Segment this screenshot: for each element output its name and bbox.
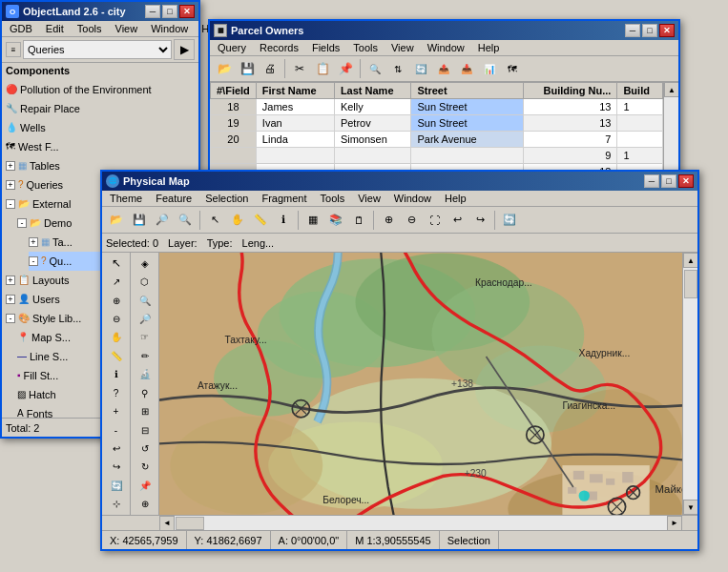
physmap-minimize-btn[interactable]: ─ [644, 174, 659, 188]
physmap-menu-help[interactable]: Help [439, 192, 472, 205]
tool2-hand[interactable]: ☞ [135, 329, 156, 346]
tree-item-wells[interactable]: 💧 Wells [6, 118, 195, 137]
tb-pm-zoomin2[interactable]: ⊕ [378, 210, 399, 231]
tb-pm-zoomout2[interactable]: ⊖ [401, 210, 422, 231]
tb-pm-full[interactable]: ⛶ [424, 210, 445, 231]
table-row[interactable]: 18 James Kelly Sun Street 13 1 [211, 99, 663, 115]
tb-open[interactable]: 📂 [214, 58, 235, 79]
tool2-target[interactable]: ⊕ [135, 495, 156, 512]
tool2-draw[interactable]: ✏ [135, 347, 156, 364]
tool2-rot2[interactable]: ↻ [135, 459, 156, 476]
tree-item-pollution[interactable]: 🔴 Pollution of the Environment [6, 80, 195, 99]
external-expand[interactable]: - [6, 199, 15, 209]
tb-save[interactable]: 💾 [237, 58, 258, 79]
physmap-scrollbar-v[interactable]: ▲ ▼ [682, 253, 697, 515]
menu-window[interactable]: Window [145, 22, 194, 35]
tool-zoom-rect[interactable]: ⊕ [106, 292, 127, 309]
tb-pm-zoom-in[interactable]: 🔎 [152, 210, 173, 231]
layouts-expand[interactable]: + [6, 276, 15, 285]
tb-pm-grid[interactable]: ▦ [302, 210, 323, 231]
menu-view[interactable]: View [110, 22, 144, 35]
parcel-minimize-btn[interactable]: ─ [625, 24, 640, 37]
tb-print[interactable]: 🖨 [260, 58, 281, 79]
tb-paste[interactable]: 📌 [335, 58, 356, 79]
scroll-v-up[interactable]: ▲ [683, 253, 697, 268]
tb-import[interactable]: 📥 [456, 58, 477, 79]
queries-dropdown[interactable]: Queries [23, 40, 172, 59]
tree-item-westf[interactable]: 🗺 West F... [6, 137, 195, 156]
tool2-pin[interactable]: 📌 [135, 477, 156, 494]
tb-pm-select[interactable]: ↖ [204, 210, 225, 231]
objectland-close-btn[interactable]: ✕ [179, 5, 195, 18]
tb-chart[interactable]: 📊 [479, 58, 500, 79]
tool-pan[interactable]: ✋ [106, 329, 127, 346]
scroll-v-down[interactable]: ▼ [683, 500, 697, 515]
tb-pm-identify[interactable]: ℹ [273, 210, 294, 231]
tool2-info[interactable]: 🔬 [135, 366, 156, 383]
tool2-poly[interactable]: ⬡ [135, 273, 156, 290]
physmap-map-container[interactable]: Майкоп Краснодар... Тахтаку... Хадурник.… [159, 253, 682, 515]
tool-identify[interactable]: ℹ [106, 366, 127, 383]
tool-measure[interactable]: 📏 [106, 347, 127, 364]
physmap-maximize-btn[interactable]: □ [661, 174, 676, 188]
parcel-menu-window[interactable]: Window [422, 41, 470, 54]
tool-query[interactable]: ? [106, 384, 127, 401]
tb-cut[interactable]: ✂ [289, 58, 310, 79]
query-run-btn[interactable]: ▶ [174, 39, 195, 60]
tool-zoom-in[interactable]: + [106, 402, 127, 419]
menu-tools[interactable]: Tools [72, 22, 108, 35]
tb-pm-back[interactable]: ↩ [447, 210, 468, 231]
scroll-h-thumb[interactable] [176, 517, 204, 530]
table-row[interactable]: 19 Ivan Petrov Sun Street 13 [211, 115, 663, 132]
tb-pm-open[interactable]: 📂 [106, 210, 127, 231]
tb-pm-forward[interactable]: ↪ [469, 210, 490, 231]
tb-pm-pan[interactable]: ✋ [227, 210, 248, 231]
table-row[interactable]: 91 [211, 148, 663, 164]
scroll-v-thumb[interactable] [684, 270, 697, 298]
scroll-h-right[interactable]: ► [667, 516, 682, 531]
tb-pm-legend[interactable]: 🗒 [348, 210, 369, 231]
tool2-minus[interactable]: ⊟ [135, 421, 156, 439]
tb-sort[interactable]: ⇅ [387, 58, 408, 79]
tb-copy[interactable]: 📋 [312, 58, 333, 79]
objectland-maximize-btn[interactable]: □ [162, 5, 177, 18]
tool2-zoom[interactable]: 🔍 [135, 292, 156, 309]
parcel-menu-help[interactable]: Help [472, 41, 506, 54]
physmap-menu-view[interactable]: View [352, 192, 386, 205]
tool-redo[interactable]: ↪ [106, 459, 127, 476]
tool2-find[interactable]: ⚲ [135, 384, 156, 401]
queries-expand[interactable]: + [6, 180, 15, 190]
tool-center[interactable]: ⊹ [106, 495, 127, 512]
tb-pm-save[interactable]: 💾 [129, 210, 150, 231]
physmap-menu-fragment[interactable]: Fragment [256, 192, 312, 205]
physmap-menu-selection[interactable]: Selection [199, 192, 254, 205]
tables-expand[interactable]: + [6, 161, 15, 171]
tool2-rot[interactable]: ↺ [135, 439, 156, 457]
tb-pm-layers[interactable]: 📚 [325, 210, 346, 231]
tool2-select[interactable]: ◈ [135, 255, 156, 272]
demo-expand[interactable]: - [17, 218, 27, 228]
menu-gdb[interactable]: GDB [4, 22, 38, 35]
tool2-zoomout[interactable]: 🔎 [135, 310, 156, 327]
qu-expand[interactable]: - [29, 256, 38, 266]
tool-undo[interactable]: ↩ [106, 439, 127, 457]
tb-refresh[interactable]: 🔄 [410, 58, 431, 79]
parcel-menu-view[interactable]: View [385, 41, 420, 54]
physmap-menu-tools[interactable]: Tools [315, 192, 351, 205]
parcel-menu-records[interactable]: Records [254, 41, 304, 54]
objectland-minimize-btn[interactable]: ─ [145, 5, 160, 18]
tool2-plus[interactable]: ⊞ [135, 402, 156, 419]
tb-map[interactable]: 🗺 [502, 58, 523, 79]
table-row[interactable]: 20 Linda Simonsen Park Avenue 7 [211, 132, 663, 148]
parcel-menu-tools[interactable]: Tools [347, 41, 384, 54]
users-expand[interactable]: + [6, 295, 15, 304]
parcel-close-btn[interactable]: ✕ [659, 24, 675, 37]
physmap-scroll-h[interactable]: ◄ ► [159, 516, 682, 530]
tool-zoom-out[interactable]: ⊖ [106, 310, 127, 327]
physmap-menu-theme[interactable]: Theme [104, 192, 148, 205]
physmap-menu-window[interactable]: Window [388, 192, 437, 205]
tool-zoom-out2[interactable]: - [106, 421, 127, 439]
menu-edit[interactable]: Edit [40, 22, 70, 35]
tool-select-arrow[interactable]: ↖ [106, 255, 127, 272]
tb-filter[interactable]: 🔍 [364, 58, 385, 79]
